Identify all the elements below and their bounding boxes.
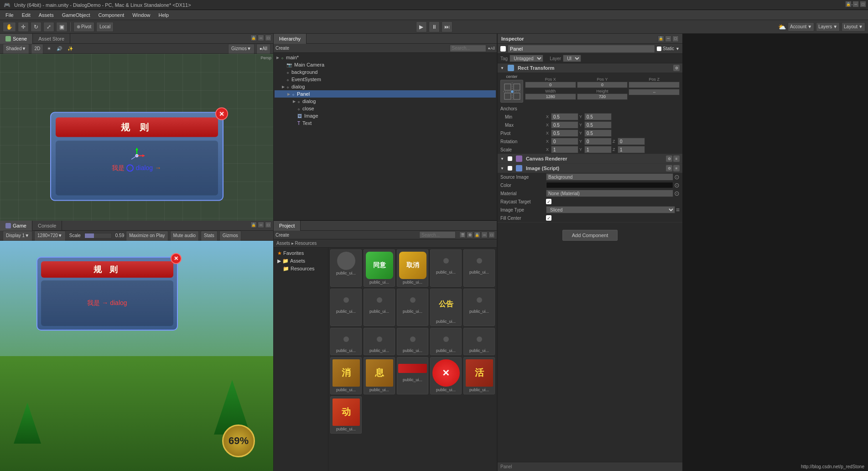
scale-y[interactable] xyxy=(584,146,612,153)
canvas-renderer-settings-btn[interactable]: ⚙ xyxy=(666,155,672,162)
posx-input[interactable] xyxy=(525,82,576,88)
canvas-renderer-header[interactable]: ▼ Canvas Renderer ⚙ ≡ xyxy=(498,154,682,163)
game-gizmos-btn[interactable]: Gizmos xyxy=(219,231,241,241)
posy-input[interactable] xyxy=(577,82,628,88)
image-type-dropdown[interactable]: Sliced Simple Tiled Filled xyxy=(546,206,675,213)
asset-item-0[interactable]: public_ui... xyxy=(330,249,362,287)
game-maximize-btn[interactable]: □ xyxy=(265,222,271,228)
scene-view[interactable]: 规 则 我是 dialog → xyxy=(0,54,273,240)
shaded-dropdown[interactable]: Shaded▼ xyxy=(3,44,29,54)
stats-btn[interactable]: Stats xyxy=(201,231,218,241)
assets-folder[interactable]: ▶ 📁 Assets xyxy=(275,257,326,265)
static-checkbox[interactable] xyxy=(657,47,661,51)
resources-folder[interactable]: 📁 Resources xyxy=(275,265,326,273)
create-label[interactable]: Create xyxy=(275,46,289,51)
height-input[interactable] xyxy=(577,93,628,100)
posz-input[interactable] xyxy=(629,82,680,88)
asset-item-redbar[interactable]: public_ui... xyxy=(397,357,428,394)
dialog-close-btn[interactable]: ✕ xyxy=(215,107,228,120)
account-dropdown[interactable]: Account ▼ xyxy=(788,22,814,31)
rotate-tool[interactable]: ↻ xyxy=(31,22,42,32)
rect-tool[interactable]: ▣ xyxy=(56,22,68,32)
fill-center-checkbox[interactable]: ✓ xyxy=(546,215,551,221)
anchor-min-y[interactable] xyxy=(584,113,612,120)
lighting-btn[interactable]: ☀ xyxy=(45,46,53,51)
anchor-min-x[interactable] xyxy=(551,113,578,120)
menu-help[interactable]: Help xyxy=(155,11,172,19)
asset-item-active[interactable]: 活 public_ui... xyxy=(463,357,495,394)
menu-edit[interactable]: Edit xyxy=(18,11,34,19)
image-script-enabled[interactable] xyxy=(508,166,512,171)
maximize-on-play-btn[interactable]: Maximize on Play xyxy=(126,231,168,241)
project-lock-btn[interactable]: 🔒 xyxy=(845,1,852,7)
local-btn[interactable]: Local xyxy=(96,22,114,32)
image-script-menu-btn[interactable]: ≡ xyxy=(673,165,680,171)
asset-item-xi[interactable]: ✕ public_ui... xyxy=(430,357,462,394)
pause-button[interactable]: ⏸ xyxy=(429,21,440,32)
stretch-btn[interactable]: ↔ xyxy=(629,89,680,95)
2d-btn[interactable]: 2D xyxy=(31,44,43,54)
material-input[interactable] xyxy=(546,190,673,197)
hierarchy-item-maincamera[interactable]: 📷 Main Camera xyxy=(275,61,496,68)
scale-slider[interactable] xyxy=(84,233,112,238)
rot-x[interactable] xyxy=(551,138,578,145)
hierarchy-item-image[interactable]: 🖼 Image xyxy=(275,112,496,119)
hierarchy-item-main[interactable]: ▶ ⬦ main* xyxy=(275,54,496,61)
pivot-x[interactable] xyxy=(551,129,578,137)
asset-item-dot5[interactable]: public_ui... xyxy=(397,289,428,326)
color-dot[interactable]: ⊙ xyxy=(674,181,680,189)
asset-item-move[interactable]: 动 public_ui... xyxy=(330,396,362,434)
go-name-input[interactable] xyxy=(508,45,655,53)
tab-scene[interactable]: Scene xyxy=(0,34,33,44)
menu-assets[interactable]: Assets xyxy=(35,11,57,19)
hierarchy-item-panel[interactable]: ▶ ⬦ Panel xyxy=(275,90,496,98)
asset-item-dot10[interactable]: public_ui... xyxy=(430,328,462,355)
hierarchy-item-background[interactable]: ⬦ background xyxy=(275,68,496,76)
layers-dropdown[interactable]: Layers ▼ xyxy=(816,22,840,31)
favorites-folder[interactable]: ★ Favorites xyxy=(275,249,326,257)
asset-item-cancel[interactable]: 取消 public_ui... xyxy=(397,249,428,287)
tab-console[interactable]: Console xyxy=(32,221,62,231)
rot-y[interactable] xyxy=(584,138,612,145)
project-settings-btn[interactable]: ⚙ xyxy=(467,232,473,238)
project-create-label[interactable]: Create xyxy=(275,233,289,238)
mute-audio-btn[interactable]: Mute audio xyxy=(170,231,199,241)
rot-z[interactable] xyxy=(618,138,645,145)
rect-transform-header[interactable]: ▼ Rect Transform ⚙ xyxy=(498,63,682,72)
gizmos-dropdown[interactable]: Gizmos▼ xyxy=(228,44,255,54)
project-min2-btn[interactable]: ─ xyxy=(481,232,488,238)
menu-window[interactable]: Window xyxy=(129,11,154,19)
asset-item-dot4[interactable]: public_ui... xyxy=(364,289,395,326)
project-max2-btn[interactable]: □ xyxy=(489,232,495,238)
game-lock-btn[interactable]: 🔒 xyxy=(250,222,257,228)
image-script-header[interactable]: ▼ Image (Script) ⚙ ≡ xyxy=(498,164,682,173)
go-active-checkbox[interactable] xyxy=(500,46,506,52)
asset-item-dot8[interactable]: public_ui... xyxy=(364,328,395,355)
asset-item-dot2[interactable]: public_ui... xyxy=(463,249,495,287)
step-button[interactable]: ⏭ xyxy=(442,21,452,32)
hierarchy-item-eventsystem[interactable]: ⬦ EventSystem xyxy=(275,76,496,83)
project-lock2-btn[interactable]: 🔒 xyxy=(474,232,480,238)
canvas-renderer-enabled[interactable] xyxy=(508,156,512,161)
hierarchy-item-dialog-child[interactable]: ▶ ⬦ dialog xyxy=(275,98,496,105)
canvas-renderer-menu-btn[interactable]: ≡ xyxy=(673,155,680,162)
hierarchy-item-dialog[interactable]: ▶ ⬦ dialog xyxy=(275,83,496,90)
menu-file[interactable]: File xyxy=(2,11,17,19)
asset-item-dot9[interactable]: public_ui... xyxy=(397,328,428,355)
panel-lock-btn[interactable]: 🔒 xyxy=(250,35,257,41)
hierarchy-item-close[interactable]: ⬦ close xyxy=(275,105,496,112)
pivot-y[interactable] xyxy=(584,129,612,137)
pivot-btn[interactable]: ⊕ Pivot xyxy=(73,22,94,32)
hierarchy-item-text[interactable]: T Text xyxy=(275,119,496,127)
anchor-max-x[interactable] xyxy=(551,121,578,129)
rect-transform-settings-btn[interactable]: ⚙ xyxy=(673,65,680,71)
scale-x[interactable] xyxy=(551,146,578,153)
width-input[interactable] xyxy=(525,93,576,100)
asset-item-bee[interactable]: 息 public_ui... xyxy=(364,357,395,394)
raycast-checkbox[interactable]: ✓ xyxy=(546,199,551,204)
asset-item-dot3[interactable]: public_ui... xyxy=(330,289,362,326)
project-search[interactable] xyxy=(419,231,456,238)
play-button[interactable]: ▶ xyxy=(416,21,427,32)
tab-hierarchy[interactable]: Hierarchy xyxy=(274,34,307,44)
asset-item-msg[interactable]: 消 public_ui... xyxy=(330,357,362,394)
